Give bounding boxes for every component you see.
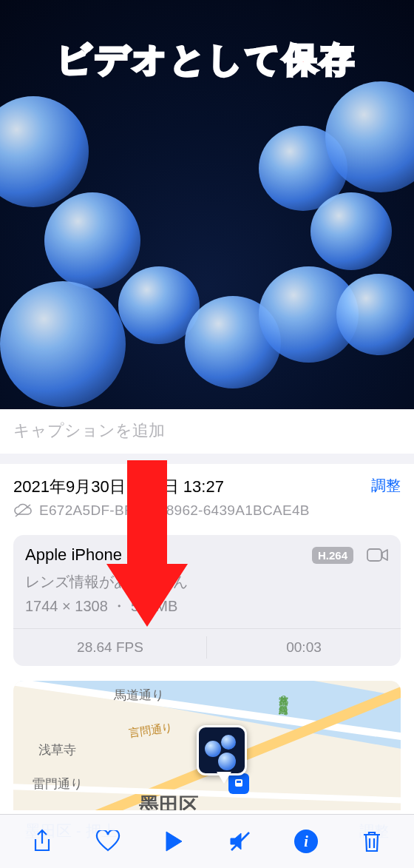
media-preview[interactable]: ビデオとして保存 <box>0 0 414 409</box>
lens-info: レンズ情報がありません <box>13 572 401 596</box>
map-road-label: 馬道通り <box>114 687 164 704</box>
codec-badge: H.264 <box>312 547 353 564</box>
map-photo-pin[interactable] <box>197 725 247 776</box>
map-thumbnail[interactable]: 馬道通り 浅草寺 雷門通り 言問通り 首都高速６号向島線 墨田区 <box>13 681 401 810</box>
play-button[interactable] <box>155 822 193 861</box>
cloud-off-icon <box>13 503 33 518</box>
annotation-title: ビデオとして保存 <box>0 37 414 83</box>
duration-value: 00:03 <box>207 629 401 666</box>
share-button[interactable] <box>23 822 61 861</box>
mute-button[interactable] <box>221 822 259 861</box>
map-highway-label: 首都高速６号向島線 <box>276 688 290 698</box>
map-road-label: 言問通り <box>128 721 174 741</box>
map-area-label: 墨田区 <box>139 792 199 810</box>
fps-value: 28.64 FPS <box>13 629 207 666</box>
adjust-datetime-button[interactable]: 調整 <box>371 476 401 496</box>
info-button[interactable]: i <box>287 822 325 861</box>
svg-rect-3 <box>237 781 241 783</box>
favorite-button[interactable] <box>89 822 127 861</box>
svg-rect-1 <box>367 549 381 561</box>
train-station-icon <box>228 773 249 794</box>
info-icon: i <box>294 830 318 853</box>
capture-datetime: 2021年9月30日 木曜日 13:27 <box>13 476 224 498</box>
metadata-section: 2021年9月30日 木曜日 13:27 調整 E672A5DF-BF 320-… <box>0 464 414 666</box>
device-info-card: Apple iPhone ax H.264 レンズ情報がありません 1744 ×… <box>13 535 401 666</box>
delete-button[interactable] <box>353 822 391 861</box>
map-road-label: 雷門通り <box>33 776 83 793</box>
bottom-toolbar: i <box>0 814 414 868</box>
file-identifier: E672A5DF-BF 320-8962-6439A1BCAE4B <box>39 502 310 519</box>
caption-input[interactable] <box>13 421 401 440</box>
map-poi-label: 浅草寺 <box>38 741 76 758</box>
dimensions-size: 1744 × 1308 ・ 5.3 MB <box>13 596 401 628</box>
caption-row <box>0 409 414 454</box>
video-icon <box>367 547 389 563</box>
device-model: Apple iPhone ax <box>25 545 305 565</box>
